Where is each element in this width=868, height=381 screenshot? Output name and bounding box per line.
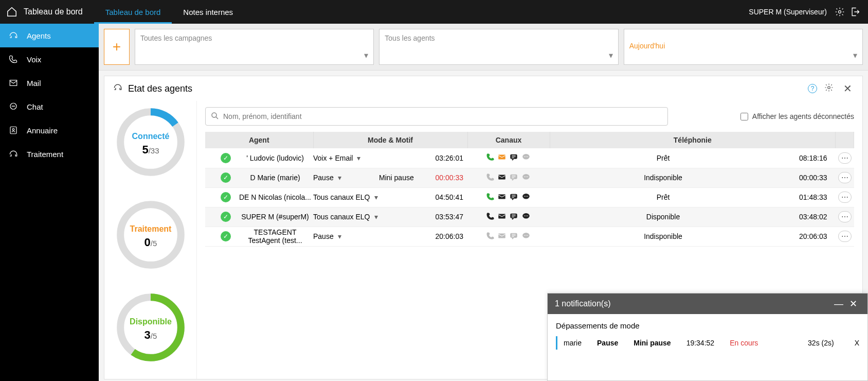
show-disconnected-checkbox[interactable]: Afficher les agents déconnectés bbox=[740, 112, 854, 120]
mode-select[interactable]: Pause▾ bbox=[313, 232, 370, 240]
row-actions-menu[interactable]: ⋯ bbox=[838, 152, 852, 164]
sidebar-item-annuaire[interactable]: Annuaire bbox=[0, 118, 99, 142]
sidebar-item-label: Mail bbox=[27, 79, 41, 88]
settings-gear-icon[interactable] bbox=[832, 7, 847, 17]
table-row: ✓ TESTAGENT TestAgent (test... Pause▾ 20… bbox=[205, 227, 854, 246]
motif-label: Mini pause bbox=[379, 174, 414, 182]
tab-label: Tableau de bord bbox=[105, 8, 161, 16]
gauge-value: 5/33 bbox=[115, 143, 187, 157]
topbar: Tableau de bord Tableau de bord Notes in… bbox=[0, 0, 868, 24]
row-actions-menu[interactable]: ⋯ bbox=[838, 172, 852, 183]
telephony-timer: 00:00:33 bbox=[799, 174, 827, 182]
gauge-value: 0/5 bbox=[115, 236, 187, 249]
notif-time: 19:34:52 bbox=[686, 339, 715, 347]
status-check-icon: ✓ bbox=[221, 192, 231, 202]
row-actions-menu[interactable]: ⋯ bbox=[838, 192, 852, 203]
notif-motif: Mini pause bbox=[634, 339, 671, 347]
col-channels[interactable]: Canaux bbox=[467, 132, 550, 148]
filter-label: Tous les agents bbox=[385, 34, 435, 42]
row-actions-menu[interactable]: ⋯ bbox=[838, 231, 852, 242]
telephony-status: Prêt bbox=[558, 154, 768, 162]
svg-point-14 bbox=[212, 113, 216, 117]
status-check-icon: ✓ bbox=[221, 212, 231, 222]
sidebar-item-mail[interactable]: Mail bbox=[0, 71, 99, 95]
notif-section-title: Dépassements de mode bbox=[556, 321, 859, 330]
svg-point-18 bbox=[524, 157, 525, 158]
svg-rect-33 bbox=[498, 214, 505, 218]
table-header-row: Agent Mode & Motif Canaux Téléphonie bbox=[205, 132, 854, 148]
row-actions-menu[interactable]: ⋯ bbox=[838, 211, 852, 222]
close-icon[interactable]: ✕ bbox=[841, 82, 854, 95]
sidebar-item-chat[interactable]: Chat bbox=[0, 95, 99, 118]
svg-point-37 bbox=[526, 215, 527, 216]
notifications-panel: 1 notification(s) — ✕ Dépassements de mo… bbox=[547, 293, 868, 381]
logout-icon[interactable] bbox=[847, 7, 863, 17]
panel-title: Etat des agents bbox=[128, 83, 192, 94]
search-input[interactable] bbox=[205, 107, 668, 126]
agents-table: Agent Mode & Motif Canaux Téléphonie ✓ '… bbox=[205, 132, 854, 247]
close-icon[interactable]: ✕ bbox=[846, 298, 860, 309]
svg-point-38 bbox=[527, 215, 528, 216]
headset-icon bbox=[113, 82, 123, 95]
settings-gear-icon[interactable] bbox=[822, 83, 836, 94]
channels-icons bbox=[486, 231, 531, 240]
channels-icons bbox=[486, 192, 531, 201]
notif-row: marie Pause Mini pause 19:34:52 En cours… bbox=[556, 336, 859, 350]
checkbox-label: Afficher les agents déconnectés bbox=[752, 112, 854, 120]
svg-point-43 bbox=[526, 235, 527, 236]
gauge-label: Disponible bbox=[115, 317, 187, 326]
svg-point-8 bbox=[828, 86, 830, 89]
telephony-timer: 01:48:33 bbox=[799, 193, 827, 201]
date-filter[interactable]: Aujourd'hui ▾ bbox=[624, 29, 863, 65]
app-title: Tableau de bord bbox=[24, 7, 89, 16]
mode-select[interactable]: Tous canaux ELQ▾ bbox=[313, 193, 378, 201]
home-icon[interactable] bbox=[0, 6, 24, 18]
sidebar-item-traitement[interactable]: Traitement bbox=[0, 142, 99, 166]
agents-filter[interactable]: Tous les agents ▾ bbox=[379, 29, 618, 65]
search-icon bbox=[210, 111, 220, 123]
sidebar-item-voix[interactable]: Voix bbox=[0, 47, 99, 71]
svg-rect-21 bbox=[498, 175, 505, 179]
table-row: ✓ DE N Nicolas (nicola... Tous canaux EL… bbox=[205, 187, 854, 207]
mode-select[interactable]: Voix + Email▾ bbox=[313, 154, 370, 162]
tab-label: Notes internes bbox=[183, 8, 233, 16]
notif-dismiss-icon[interactable]: X bbox=[855, 339, 859, 347]
tab-notes-internes[interactable]: Notes internes bbox=[172, 0, 244, 24]
mode-select[interactable]: Pause▾ bbox=[313, 174, 370, 182]
minimize-icon[interactable]: — bbox=[831, 299, 846, 309]
mode-select[interactable]: Tous canaux ELQ▾ bbox=[313, 213, 378, 221]
sidebar-item-agents[interactable]: Agents bbox=[0, 24, 99, 47]
col-agent[interactable]: Agent bbox=[205, 132, 313, 148]
agent-name: DE N Nicolas (nicola... bbox=[237, 193, 313, 201]
table-row: ✓ SUPER M (#superM) Tous canaux ELQ▾ 03:… bbox=[205, 207, 854, 227]
agent-name: D Marie (marie) bbox=[237, 174, 313, 182]
sidebar-item-label: Annuaire bbox=[27, 126, 58, 135]
telephony-status: Indisponible bbox=[558, 174, 768, 182]
headset-icon bbox=[8, 149, 19, 159]
col-telephony[interactable]: Téléphonie bbox=[550, 132, 836, 148]
notifications-title: 1 notification(s) bbox=[555, 299, 611, 308]
chat-icon bbox=[8, 102, 19, 111]
channels-icons bbox=[486, 212, 531, 221]
caret-down-icon: ▾ bbox=[364, 50, 368, 60]
svg-rect-1 bbox=[10, 80, 17, 86]
sidebar-item-label: Agents bbox=[27, 31, 51, 40]
telephony-status: Prêt bbox=[558, 193, 768, 201]
filter-label: Toutes les campagnes bbox=[140, 34, 212, 42]
tab-tableau-de-bord[interactable]: Tableau de bord bbox=[94, 0, 172, 24]
add-widget-button[interactable]: + bbox=[104, 29, 130, 65]
caret-down-icon: ▾ bbox=[853, 50, 857, 60]
svg-point-25 bbox=[526, 176, 527, 177]
sidebar: Agents Voix Mail Chat Annuaire Traitemen… bbox=[0, 24, 99, 381]
gauge-label: Connecté bbox=[115, 132, 187, 141]
campaigns-filter[interactable]: Toutes les campagnes ▾ bbox=[135, 29, 374, 65]
col-mode[interactable]: Mode & Motif bbox=[313, 132, 467, 148]
col-actions bbox=[836, 132, 854, 148]
status-check-icon: ✓ bbox=[221, 172, 231, 183]
channels-icons bbox=[486, 172, 531, 182]
telephony-timer: 20:06:03 bbox=[799, 232, 827, 240]
user-label: SUPER M (Superviseur) bbox=[749, 8, 832, 16]
help-icon[interactable]: ? bbox=[808, 84, 817, 93]
checkbox-input[interactable] bbox=[740, 113, 748, 120]
agent-name: TESTAGENT TestAgent (test... bbox=[237, 228, 313, 245]
